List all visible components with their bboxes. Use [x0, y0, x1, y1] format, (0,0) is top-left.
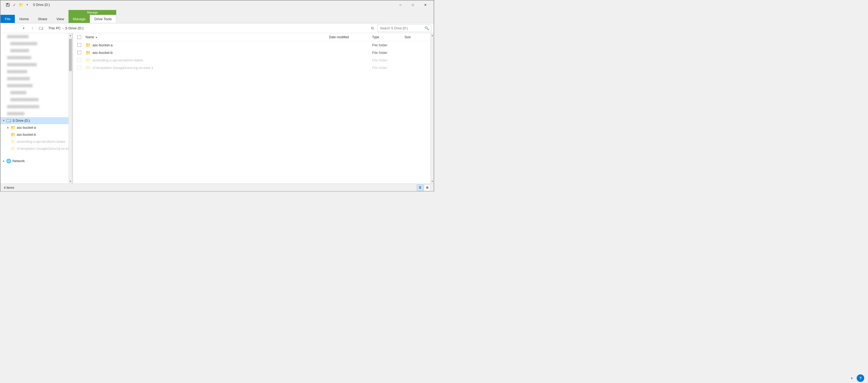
svg-rect-5 [6, 119, 11, 122]
svg-point-6 [10, 121, 10, 122]
item-count: 4 items [4, 186, 14, 189]
drive-icon [6, 118, 11, 123]
row-check-c[interactable] [78, 58, 86, 62]
large-icons-view-button[interactable]: ⊞ [424, 184, 430, 191]
header-date-col[interactable]: Date modified [329, 35, 372, 39]
sidebar-item-asc-bucket-b[interactable]: ► 📁 asc-bucket-b [1, 131, 68, 138]
nav-scrollbar[interactable]: ▲ ▼ [68, 33, 72, 183]
search-input[interactable] [380, 26, 425, 30]
nav-blurred-group [1, 33, 68, 40]
folder-icon-qa[interactable]: 📁 [18, 2, 24, 8]
undo-icon[interactable]: ✓ [11, 2, 17, 8]
nav-blurred-2 [1, 47, 68, 54]
select-all-checkbox[interactable] [78, 35, 81, 39]
back-button[interactable]: ← [3, 25, 10, 32]
sidebar-item-cf-templates-label: cf-templates-1lsuqpk2amu1g-us-east-1 [17, 147, 68, 150]
folder-icon-row-c: 📁 [86, 58, 91, 63]
main-area: ▼ S Drive (D:) ► 📁 asc-bucket-a [1, 33, 434, 183]
address-path[interactable]: This PC › S Drive (D:) [46, 25, 368, 32]
row-check-a[interactable] [78, 43, 86, 47]
search-box[interactable]: 🔍 [377, 25, 431, 32]
address-bar: ← → ▼ ↑ This PC › S Drive (D:) ↻ 🔍 [1, 24, 434, 33]
nav-blurred-5 [1, 68, 68, 75]
sidebar-item-sdrive[interactable]: ▼ S Drive (D:) [1, 117, 68, 124]
checkbox-d[interactable] [78, 66, 81, 69]
checkbox-a[interactable] [78, 43, 81, 47]
tab-file[interactable]: File [1, 15, 15, 23]
file-name-cell-d: 📁 cf-templates-1lsuqpk2amu1g-us-east-1 [86, 65, 329, 70]
sidebar-item-asc-bucket-a-label: asc-bucket-a [17, 126, 36, 130]
chevron-down-icon: ▼ [2, 118, 6, 123]
up-button[interactable]: ↑ [29, 25, 36, 32]
folder-icon-row-d: 📁 [86, 65, 91, 70]
sidebar-item-sdrive-label: S Drive (D:) [12, 119, 30, 123]
nav-pane: ▼ S Drive (D:) ► 📁 asc-bucket-a [1, 33, 68, 183]
minimize-button[interactable]: ─ [394, 1, 407, 9]
nav-blurred-3 [1, 54, 68, 61]
header-size-label: Size [404, 35, 411, 39]
nav-scroll-thumb[interactable] [69, 39, 72, 71]
file-name-cell-a: 📁 asc-bucket-a [86, 42, 329, 48]
header-size-col[interactable]: Size [404, 35, 426, 39]
file-row-cf-templates[interactable]: 📁 cf-templates-1lsuqpk2amu1g-us-east-1 F… [73, 64, 430, 71]
nav-scroll-up-icon[interactable]: ▲ [69, 33, 72, 37]
forward-button[interactable]: → [11, 25, 19, 32]
tab-share[interactable]: Share [33, 15, 52, 23]
file-row-terraform[interactable]: 📁 ascending-s-api-terraform-states File … [73, 56, 430, 64]
file-row-asc-bucket-a[interactable]: 📁 asc-bucket-a File folder [73, 41, 430, 49]
svg-rect-2 [7, 5, 9, 6]
list-view-button[interactable]: ☰ [417, 184, 423, 191]
address-icon-button[interactable] [37, 25, 45, 32]
recent-locations-button[interactable]: ▼ [20, 25, 28, 32]
tab-view[interactable]: View [52, 15, 68, 23]
tab-drive-tools[interactable]: Drive Tools [90, 15, 116, 23]
path-separator-1: › [62, 26, 63, 30]
title-text: S Drive (D:) [33, 3, 50, 7]
header-type-col[interactable]: Type [372, 35, 404, 39]
sidebar-item-network[interactable]: ► 🌐 Network [1, 158, 68, 165]
refresh-locations-button[interactable]: ↻ [369, 25, 376, 32]
dropdown-arrow-icon[interactable]: ▼ [24, 2, 30, 8]
nav-blurred-8 [1, 89, 68, 96]
nav-scroll-down-icon[interactable]: ▼ [69, 179, 72, 183]
content-scroll-up-icon[interactable]: ▲ [431, 33, 434, 37]
sidebar-item-asc-bucket-a[interactable]: ► 📁 asc-bucket-a [1, 124, 68, 131]
quick-access-toolbar: ✓ 📁 ▼ [5, 2, 30, 8]
svg-point-4 [42, 28, 42, 29]
header-check-col [78, 35, 86, 39]
sidebar-item-network-label: Network [12, 159, 25, 163]
sidebar-item-cf-templates[interactable]: ► 📁 cf-templates-1lsuqpk2amu1g-us-east-1 [1, 145, 68, 152]
search-icon[interactable]: 🔍 [425, 26, 429, 30]
file-type-d: File folder [372, 66, 404, 70]
header-name-col[interactable]: Name ▲ [86, 35, 329, 39]
file-row-asc-bucket-b[interactable]: 📁 asc-bucket-b File folder [73, 49, 430, 56]
tab-manage[interactable]: Manage [68, 15, 90, 23]
svg-rect-3 [39, 27, 43, 30]
sidebar-item-asc-bucket-b-label: asc-bucket-b [17, 133, 36, 137]
save-icon[interactable] [5, 2, 11, 8]
file-type-b: File folder [372, 50, 404, 55]
network-icon: 🌐 [6, 159, 11, 163]
close-button[interactable]: ✕ [419, 1, 431, 9]
chevron-right-icon: ► [6, 126, 10, 130]
svg-rect-1 [7, 3, 8, 4]
content-scroll-track [431, 37, 434, 179]
title-bar-controls: ─ □ ✕ [394, 1, 431, 9]
nav-scroll-track [69, 37, 72, 179]
row-check-d[interactable] [78, 66, 86, 69]
tab-home[interactable]: Home [15, 15, 33, 23]
file-name-d: cf-templates-1lsuqpk2amu1g-us-east-1 [92, 66, 153, 70]
sidebar-item-terraform[interactable]: ► 📁 ascending-s-api-terraform-states [1, 138, 68, 145]
window-frame: ✓ 📁 ▼ S Drive (D:) ─ □ ✕ Manage Manage D… [0, 0, 434, 192]
header-name-label: Name [86, 35, 94, 39]
checkbox-b[interactable] [78, 50, 81, 55]
manage-group-label: Manage [68, 10, 116, 15]
nav-blurred-7 [1, 82, 68, 89]
folder-icon-b: 📁 [10, 133, 16, 137]
content-scrollbar[interactable]: ▲ ▼ [430, 33, 434, 183]
content-scroll-down-icon[interactable]: ▼ [431, 179, 434, 183]
row-check-b[interactable] [78, 50, 86, 55]
folder-icon-a: 📁 [10, 126, 16, 130]
maximize-button[interactable]: □ [407, 1, 419, 9]
checkbox-c[interactable] [78, 58, 81, 62]
